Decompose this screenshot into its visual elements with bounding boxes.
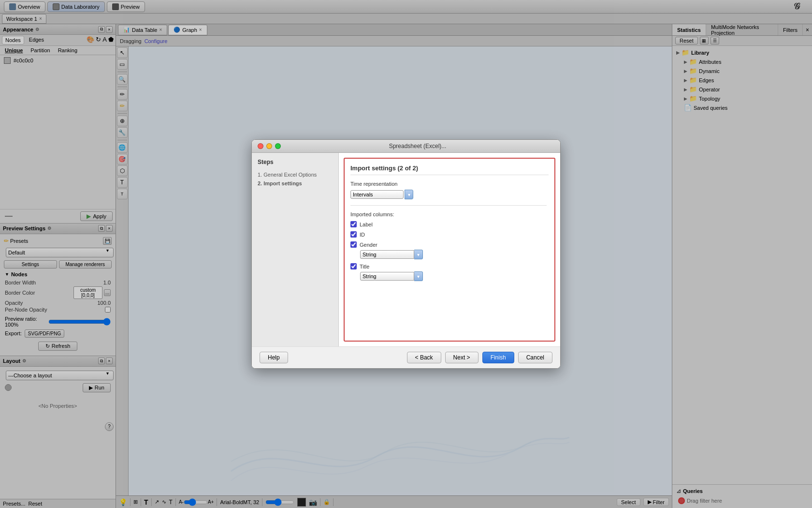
col-id-checkbox[interactable] <box>350 231 357 238</box>
col-gender-type-arrow[interactable]: ▾ <box>414 250 423 259</box>
step-2-label: Import settings <box>263 180 302 186</box>
col-title-row: Title <box>350 263 547 269</box>
steps-title: Steps <box>258 159 333 165</box>
modal-close-btn[interactable] <box>258 143 263 149</box>
step-2-item: 2. Import settings <box>258 179 333 188</box>
modal-footer: Help < Back Next > Finish Cancel <box>252 346 560 368</box>
col-title-item: Title String Integer Double Boolean ▾ <box>350 263 547 281</box>
modal-minimize-btn[interactable] <box>266 143 272 149</box>
col-id-row: ID <box>350 231 547 238</box>
help-btn[interactable]: Help <box>260 352 288 363</box>
col-label-item: Label <box>350 221 547 227</box>
modal-overlay: Spreadsheet (Excel)... Steps 1. General … <box>0 0 812 508</box>
modal-body: Steps 1. General Excel Options 2. Import… <box>252 153 560 346</box>
time-rep-label: Time representation <box>350 181 547 187</box>
step-2-num: 2. <box>258 180 262 186</box>
time-rep-select[interactable]: Intervals Timestamps <box>350 190 404 199</box>
import-settings-panel: Import settings (2 of 2) Time representa… <box>344 158 555 342</box>
col-title-type-wrapper: String Integer Double Boolean ▾ <box>360 271 423 281</box>
col-title-name: Title <box>360 264 369 269</box>
col-gender-checkbox[interactable] <box>350 241 357 248</box>
col-label-row: Label <box>350 221 547 227</box>
col-id-item: ID <box>350 231 547 238</box>
step-1-item: 1. General Excel Options <box>258 170 333 179</box>
col-gender-name: Gender <box>360 242 377 248</box>
col-gender-row: Gender <box>350 241 547 248</box>
time-rep-dropdown-wrapper: Intervals Timestamps ▾ <box>350 190 413 199</box>
back-btn[interactable]: < Back <box>407 352 441 363</box>
cancel-btn[interactable]: Cancel <box>518 352 552 363</box>
finish-btn[interactable]: Finish <box>482 352 514 363</box>
step-1-label: General Excel Options <box>263 172 317 178</box>
col-label-checkbox[interactable] <box>350 221 357 227</box>
next-btn[interactable]: Next > <box>445 352 478 363</box>
imported-cols-label: Imported columns: <box>350 211 547 217</box>
modal-maximize-btn[interactable] <box>275 143 281 149</box>
col-title-type-select[interactable]: String Integer Double Boolean <box>360 272 414 281</box>
modal-titlebar: Spreadsheet (Excel)... <box>252 140 560 153</box>
col-gender-type-wrapper: String Integer Double Boolean ▾ <box>360 250 423 259</box>
col-label-name: Label <box>360 222 373 227</box>
spreadsheet-modal: Spreadsheet (Excel)... Steps 1. General … <box>251 139 561 369</box>
col-title-type-arrow[interactable]: ▾ <box>414 271 423 281</box>
col-id-name: ID <box>360 232 365 238</box>
step-1-num: 1. <box>258 172 262 178</box>
modal-traffic-lights <box>258 143 281 149</box>
col-gender-type-select[interactable]: String Integer Double Boolean <box>360 250 414 259</box>
modal-title: Spreadsheet (Excel)... <box>281 143 554 149</box>
time-rep-arrow-btn[interactable]: ▾ <box>405 190 413 199</box>
modal-main-panel: Import settings (2 of 2) Time representa… <box>339 153 560 346</box>
modal-steps-panel: Steps 1. General Excel Options 2. Import… <box>252 153 339 346</box>
import-scroll-area[interactable]: Time representation Intervals Timestamps… <box>350 181 549 307</box>
import-settings-title: Import settings (2 of 2) <box>350 164 549 175</box>
section-divider-1 <box>350 205 547 206</box>
col-gender-item: Gender String Integer Double Boolean ▾ <box>350 241 547 259</box>
col-title-checkbox[interactable] <box>350 263 357 269</box>
